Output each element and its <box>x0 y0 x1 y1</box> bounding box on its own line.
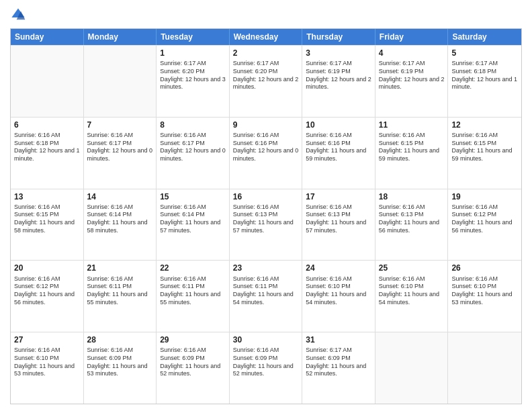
cell-info: Sunrise: 6:16 AMSunset: 6:18 PMDaylight:… <box>14 132 80 163</box>
cal-cell <box>84 46 157 117</box>
cell-info: Sunrise: 6:16 AMSunset: 6:16 PMDaylight:… <box>233 132 299 163</box>
week-row-1: 1Sunrise: 6:17 AMSunset: 6:20 PMDaylight… <box>11 45 521 117</box>
cal-cell: 13Sunrise: 6:16 AMSunset: 6:15 PMDayligh… <box>11 189 84 261</box>
day-number: 21 <box>87 263 153 273</box>
cell-info: Sunrise: 6:16 AMSunset: 6:10 PMDaylight:… <box>379 275 445 307</box>
day-number: 12 <box>451 120 518 130</box>
cal-cell <box>375 332 449 404</box>
cal-cell: 9Sunrise: 6:16 AMSunset: 6:16 PMDaylight… <box>230 118 303 189</box>
cal-cell: 26Sunrise: 6:16 AMSunset: 6:10 PMDayligh… <box>448 261 521 332</box>
cal-cell: 4Sunrise: 6:17 AMSunset: 6:19 PMDaylight… <box>375 46 449 117</box>
day-number: 28 <box>87 334 153 345</box>
cell-info: Sunrise: 6:16 AMSunset: 6:17 PMDaylight:… <box>87 132 153 163</box>
cal-cell: 12Sunrise: 6:16 AMSunset: 6:15 PMDayligh… <box>448 118 521 189</box>
header-day-thursday: Thursday <box>302 29 375 45</box>
cell-info: Sunrise: 6:16 AMSunset: 6:10 PMDaylight:… <box>14 347 80 378</box>
calendar-header: SundayMondayTuesdayWednesdayThursdayFrid… <box>11 29 521 45</box>
day-number: 4 <box>379 48 445 58</box>
week-row-3: 13Sunrise: 6:16 AMSunset: 6:15 PMDayligh… <box>11 189 521 261</box>
header <box>10 7 522 23</box>
cal-cell: 15Sunrise: 6:16 AMSunset: 6:14 PMDayligh… <box>157 189 230 261</box>
cell-info: Sunrise: 6:17 AMSunset: 6:18 PMDaylight:… <box>451 60 518 91</box>
cal-cell: 5Sunrise: 6:17 AMSunset: 6:18 PMDaylight… <box>448 46 521 117</box>
cal-cell: 25Sunrise: 6:16 AMSunset: 6:10 PMDayligh… <box>375 261 449 332</box>
day-number: 23 <box>233 263 299 273</box>
cell-info: Sunrise: 6:16 AMSunset: 6:14 PMDaylight:… <box>87 203 153 235</box>
calendar-body: 1Sunrise: 6:17 AMSunset: 6:20 PMDaylight… <box>11 45 521 404</box>
cell-info: Sunrise: 6:16 AMSunset: 6:15 PMDaylight:… <box>451 132 518 163</box>
day-number: 13 <box>14 191 80 202</box>
cell-info: Sunrise: 6:16 AMSunset: 6:15 PMDaylight:… <box>14 203 80 235</box>
cal-cell: 24Sunrise: 6:16 AMSunset: 6:10 PMDayligh… <box>302 261 375 332</box>
cal-cell <box>11 46 84 117</box>
week-row-2: 6Sunrise: 6:16 AMSunset: 6:18 PMDaylight… <box>11 117 521 189</box>
day-number: 14 <box>87 191 153 202</box>
day-number: 19 <box>451 191 518 202</box>
header-day-saturday: Saturday <box>448 29 521 45</box>
logo <box>10 7 29 23</box>
logo-icon <box>10 7 26 23</box>
cell-info: Sunrise: 6:16 AMSunset: 6:09 PMDaylight:… <box>233 347 299 378</box>
day-number: 15 <box>160 191 226 202</box>
header-day-sunday: Sunday <box>11 29 84 45</box>
cell-info: Sunrise: 6:16 AMSunset: 6:15 PMDaylight:… <box>379 132 445 163</box>
day-number: 1 <box>160 48 226 58</box>
header-day-wednesday: Wednesday <box>230 29 303 45</box>
cal-cell: 20Sunrise: 6:16 AMSunset: 6:12 PMDayligh… <box>11 261 84 332</box>
cell-info: Sunrise: 6:16 AMSunset: 6:11 PMDaylight:… <box>87 275 153 307</box>
day-number: 31 <box>306 334 371 345</box>
cal-cell: 3Sunrise: 6:17 AMSunset: 6:19 PMDaylight… <box>302 46 375 117</box>
cell-info: Sunrise: 6:16 AMSunset: 6:13 PMDaylight:… <box>233 203 299 235</box>
day-number: 7 <box>87 120 153 130</box>
day-number: 24 <box>306 263 371 273</box>
cal-cell: 6Sunrise: 6:16 AMSunset: 6:18 PMDaylight… <box>11 118 84 189</box>
cell-info: Sunrise: 6:16 AMSunset: 6:11 PMDaylight:… <box>233 275 299 307</box>
header-day-monday: Monday <box>84 29 157 45</box>
cell-info: Sunrise: 6:17 AMSunset: 6:20 PMDaylight:… <box>160 60 226 91</box>
page: SundayMondayTuesdayWednesdayThursdayFrid… <box>0 0 532 411</box>
day-number: 8 <box>160 120 226 130</box>
cell-info: Sunrise: 6:17 AMSunset: 6:20 PMDaylight:… <box>233 60 299 91</box>
cal-cell: 27Sunrise: 6:16 AMSunset: 6:10 PMDayligh… <box>11 332 84 404</box>
day-number: 27 <box>14 334 80 345</box>
cal-cell: 14Sunrise: 6:16 AMSunset: 6:14 PMDayligh… <box>84 189 157 261</box>
day-number: 25 <box>379 263 445 273</box>
cell-info: Sunrise: 6:16 AMSunset: 6:10 PMDaylight:… <box>451 275 518 307</box>
cell-info: Sunrise: 6:16 AMSunset: 6:13 PMDaylight:… <box>379 203 445 235</box>
header-day-friday: Friday <box>375 29 449 45</box>
cal-cell <box>448 332 521 404</box>
day-number: 16 <box>233 191 299 202</box>
day-number: 30 <box>233 334 299 345</box>
cell-info: Sunrise: 6:16 AMSunset: 6:16 PMDaylight:… <box>306 132 371 163</box>
cal-cell: 19Sunrise: 6:16 AMSunset: 6:12 PMDayligh… <box>448 189 521 261</box>
cal-cell: 16Sunrise: 6:16 AMSunset: 6:13 PMDayligh… <box>230 189 303 261</box>
header-day-tuesday: Tuesday <box>157 29 230 45</box>
day-number: 2 <box>233 48 299 58</box>
cal-cell: 31Sunrise: 6:17 AMSunset: 6:09 PMDayligh… <box>302 332 375 404</box>
cal-cell: 28Sunrise: 6:16 AMSunset: 6:09 PMDayligh… <box>84 332 157 404</box>
cell-info: Sunrise: 6:16 AMSunset: 6:09 PMDaylight:… <box>160 347 226 378</box>
cell-info: Sunrise: 6:16 AMSunset: 6:12 PMDaylight:… <box>451 203 518 235</box>
cell-info: Sunrise: 6:16 AMSunset: 6:11 PMDaylight:… <box>160 275 226 307</box>
day-number: 20 <box>14 263 80 273</box>
cal-cell: 21Sunrise: 6:16 AMSunset: 6:11 PMDayligh… <box>84 261 157 332</box>
cal-cell: 17Sunrise: 6:16 AMSunset: 6:13 PMDayligh… <box>302 189 375 261</box>
week-row-4: 20Sunrise: 6:16 AMSunset: 6:12 PMDayligh… <box>11 260 521 332</box>
cell-info: Sunrise: 6:16 AMSunset: 6:09 PMDaylight:… <box>87 347 153 378</box>
calendar: SundayMondayTuesdayWednesdayThursdayFrid… <box>10 28 522 404</box>
cal-cell: 11Sunrise: 6:16 AMSunset: 6:15 PMDayligh… <box>375 118 449 189</box>
cal-cell: 7Sunrise: 6:16 AMSunset: 6:17 PMDaylight… <box>84 118 157 189</box>
day-number: 11 <box>379 120 445 130</box>
day-number: 6 <box>14 120 80 130</box>
day-number: 22 <box>160 263 226 273</box>
day-number: 10 <box>306 120 371 130</box>
day-number: 3 <box>306 48 371 58</box>
cell-info: Sunrise: 6:16 AMSunset: 6:14 PMDaylight:… <box>160 203 226 235</box>
day-number: 18 <box>379 191 445 202</box>
cell-info: Sunrise: 6:17 AMSunset: 6:09 PMDaylight:… <box>306 347 371 378</box>
day-number: 29 <box>160 334 226 345</box>
cal-cell: 18Sunrise: 6:16 AMSunset: 6:13 PMDayligh… <box>375 189 449 261</box>
cal-cell: 8Sunrise: 6:16 AMSunset: 6:17 PMDaylight… <box>157 118 230 189</box>
cell-info: Sunrise: 6:16 AMSunset: 6:13 PMDaylight:… <box>306 203 371 235</box>
cell-info: Sunrise: 6:16 AMSunset: 6:12 PMDaylight:… <box>14 275 80 307</box>
